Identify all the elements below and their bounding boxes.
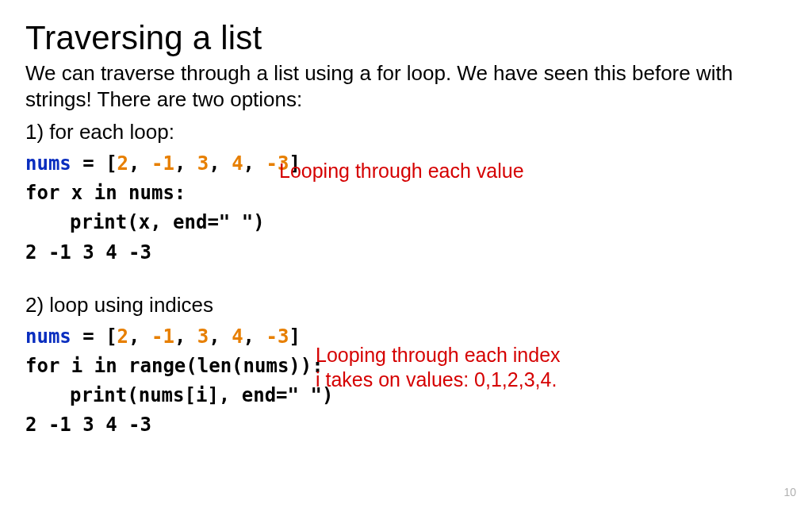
annotation-2-line-1: Looping through each index — [316, 343, 561, 368]
annotation-2-line-2: i takes on values: 0,1,2,3,4. — [316, 368, 561, 392]
code2-output: 2 -1 3 4 -3 — [25, 410, 787, 440]
code1-output: 2 -1 3 4 -3 — [25, 238, 787, 267]
intro-paragraph: We can traverse through a list using a f… — [25, 60, 787, 112]
annotation-1: Looping through each value — [279, 159, 524, 183]
code1-line-3: print(x, end=" ") — [25, 208, 787, 237]
annotation-2: Looping through each index i takes on va… — [316, 343, 561, 393]
slide: Traversing a list We can traverse throug… — [0, 0, 812, 508]
option-2-label: 2) loop using indices — [25, 293, 787, 318]
page-number: 10 — [783, 486, 796, 498]
option-1-label: 1) for each loop: — [25, 120, 787, 144]
slide-title: Traversing a list — [25, 19, 787, 57]
code-var-nums: nums — [25, 152, 71, 175]
